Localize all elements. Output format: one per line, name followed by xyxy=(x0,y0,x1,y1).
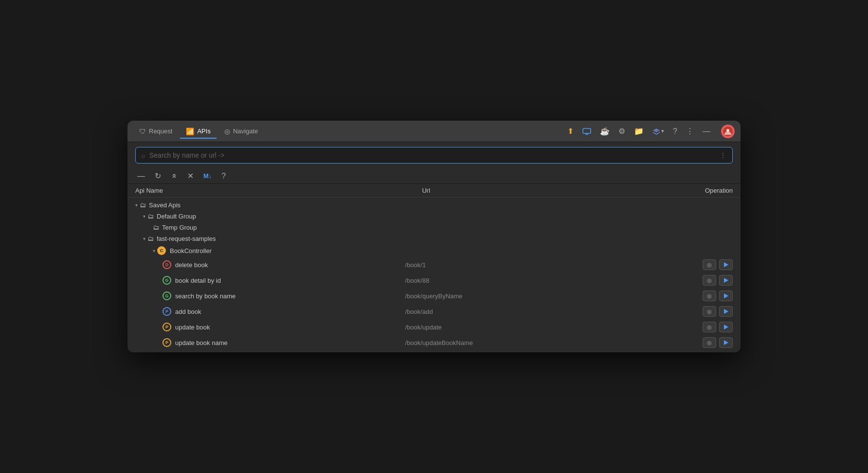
col-header-url: Url xyxy=(422,187,684,194)
svg-marker-7 xyxy=(724,293,728,298)
get-method-badge-detail: G xyxy=(163,276,171,285)
refresh-button[interactable]: ↻ xyxy=(153,170,163,182)
titlebar: 🛡 Request 📶 APIs ◎ Navigate ⬆ xyxy=(127,121,741,142)
samples-label: fast-request-samples xyxy=(157,235,216,242)
chevron-down-icon: ▾ xyxy=(153,248,155,254)
help-icon[interactable]: ? xyxy=(671,125,679,138)
send-btn-search-book[interactable] xyxy=(719,291,733,301)
target-btn-update-book[interactable]: ◎ xyxy=(703,322,716,332)
api-ops-update-book: ◎ xyxy=(684,322,733,332)
api-tree: ▾ 🗂 Saved Apis ▾ 🗂 Default Group 🗂 Temp … xyxy=(127,198,741,352)
api-name-search-book: search by book name xyxy=(175,292,405,300)
monitor-icon[interactable] xyxy=(580,126,593,137)
markdown-button[interactable]: M↓ xyxy=(201,171,214,181)
layers-icon[interactable]: ▾ xyxy=(651,126,666,137)
chevron-down-icon: ▾ xyxy=(143,236,145,241)
col-header-name: Api Name xyxy=(135,187,422,194)
coffee-icon[interactable]: ☕ xyxy=(598,125,612,138)
api-url-book-detail: /book/88 xyxy=(405,277,684,284)
apis-icon: 📶 xyxy=(186,127,194,135)
api-row-add-book[interactable]: P add book /book/add ◎ xyxy=(127,304,741,319)
api-url-search-book: /book/queryByName xyxy=(405,292,684,300)
api-ops-book-detail: ◎ xyxy=(684,275,733,286)
api-name-book-detail: book detail by id xyxy=(175,277,405,284)
expand-button[interactable] xyxy=(169,172,180,181)
book-controller-node[interactable]: ▾ C BookController xyxy=(127,244,741,257)
saved-apis-node[interactable]: ▾ 🗂 Saved Apis xyxy=(127,200,741,211)
api-name-add-book: add book xyxy=(175,308,405,315)
search-menu-icon[interactable]: ⋮ xyxy=(720,151,726,159)
avatar[interactable] xyxy=(721,125,735,138)
api-name-update-book: update book xyxy=(175,324,405,331)
fast-request-samples-node[interactable]: ▾ 🗂 fast-request-samples xyxy=(127,233,741,244)
folder-icon[interactable]: 📁 xyxy=(632,125,646,138)
list-toolbar: — ↻ ✕ M↓ ? xyxy=(127,168,741,184)
temp-group-node[interactable]: 🗂 Temp Group xyxy=(127,222,741,233)
api-row-search-book[interactable]: G search by book name /book/queryByName … xyxy=(127,288,741,304)
api-ops-delete-book: ◎ xyxy=(684,259,733,270)
api-url-delete-book: /book/1 xyxy=(405,261,684,269)
tab-bar: 🛡 Request 📶 APIs ◎ Navigate xyxy=(133,125,565,138)
svg-marker-8 xyxy=(724,309,728,314)
default-group-node[interactable]: ▾ 🗂 Default Group xyxy=(127,211,741,222)
target-btn-update-book-name[interactable]: ◎ xyxy=(703,337,716,348)
put-method-badge-name: P xyxy=(163,338,171,347)
temp-group-label: Temp Group xyxy=(162,224,197,231)
saved-apis-label: Saved Apis xyxy=(149,201,181,209)
target-btn-add-book[interactable]: ◎ xyxy=(703,306,716,317)
api-name-delete-book: delete book xyxy=(175,261,405,269)
send-btn-update-book-name[interactable] xyxy=(719,337,733,348)
api-row-delete-book[interactable]: D delete book /book/1 ◎ xyxy=(127,257,741,273)
api-ops-search-book: ◎ xyxy=(684,291,733,301)
delete-method-badge: D xyxy=(163,260,171,269)
send-btn-add-book[interactable] xyxy=(719,306,733,317)
more-icon[interactable]: ⋮ xyxy=(684,125,696,138)
tab-navigate[interactable]: ◎ Navigate xyxy=(218,125,264,138)
default-group-folder-icon: 🗂 xyxy=(147,213,154,220)
svg-marker-9 xyxy=(724,325,728,329)
tab-request[interactable]: 🛡 Request xyxy=(133,125,178,138)
target-btn-search-book[interactable]: ◎ xyxy=(703,291,716,301)
search-input-wrapper: ⌕ ⋮ xyxy=(135,147,733,164)
svg-rect-0 xyxy=(583,128,591,133)
api-row-update-book[interactable]: P update book /book/update ◎ xyxy=(127,319,741,335)
search-bar-container: ⌕ ⋮ xyxy=(127,142,741,168)
navigate-icon: ◎ xyxy=(224,127,230,135)
svg-marker-5 xyxy=(724,262,728,267)
put-method-badge: P xyxy=(163,323,171,331)
api-row-update-book-name[interactable]: P update book name /book/updateBookName … xyxy=(127,335,741,350)
api-url-update-book: /book/update xyxy=(405,324,684,331)
target-btn-delete-book[interactable]: ◎ xyxy=(703,259,716,270)
get-method-badge-search: G xyxy=(163,291,171,300)
search-icon: ⌕ xyxy=(142,152,145,159)
api-url-update-book-name: /book/updateBookName xyxy=(405,339,684,346)
close-button[interactable]: ✕ xyxy=(185,170,196,182)
samples-folder-icon: 🗂 xyxy=(147,235,154,242)
collapse-button[interactable]: — xyxy=(135,171,147,182)
tab-navigate-label: Navigate xyxy=(233,127,258,135)
send-btn-book-detail[interactable] xyxy=(719,275,733,286)
svg-marker-6 xyxy=(724,278,728,283)
search-input[interactable] xyxy=(149,151,716,159)
tab-request-label: Request xyxy=(149,127,172,135)
target-btn-book-detail[interactable]: ◎ xyxy=(703,275,716,286)
api-url-add-book: /book/add xyxy=(405,308,684,315)
chevron-down-icon: ▾ xyxy=(135,202,138,208)
minimize-icon[interactable]: — xyxy=(701,125,712,138)
table-header: Api Name Url Operation xyxy=(127,184,741,198)
api-row-book-detail[interactable]: G book detail by id /book/88 ◎ xyxy=(127,273,741,288)
api-ops-add-book: ◎ xyxy=(684,306,733,317)
chevron-down-icon: ▾ xyxy=(143,214,145,219)
titlebar-toolbar: ⬆ ☕ ⚙ 📁 ▾ ? ⋮ — xyxy=(565,125,735,138)
main-window: 🛡 Request 📶 APIs ◎ Navigate ⬆ xyxy=(127,121,741,352)
send-btn-delete-book[interactable] xyxy=(719,259,733,270)
controller-badge: C xyxy=(157,246,166,255)
tab-apis[interactable]: 📶 APIs xyxy=(180,125,216,138)
default-group-label: Default Group xyxy=(157,213,196,220)
col-header-operation: Operation xyxy=(684,187,733,194)
help-button[interactable]: ? xyxy=(219,171,228,182)
tab-apis-label: APIs xyxy=(197,127,210,135)
send-btn-update-book[interactable] xyxy=(719,322,733,332)
upload-icon[interactable]: ⬆ xyxy=(565,125,576,138)
gear-icon[interactable]: ⚙ xyxy=(616,125,627,138)
